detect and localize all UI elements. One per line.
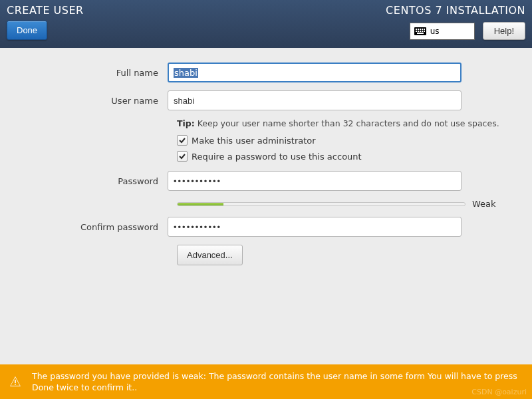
svg-rect-13 xyxy=(15,384,16,385)
fullname-value-selected: shabi xyxy=(174,68,198,78)
svg-rect-4 xyxy=(422,29,423,30)
tip-bold: Tip: xyxy=(177,118,195,128)
username-field[interactable] xyxy=(168,90,462,110)
username-label: User name xyxy=(20,96,168,106)
confirm-password-field[interactable] xyxy=(168,217,462,237)
svg-rect-5 xyxy=(424,29,425,30)
keyboard-icon xyxy=(414,27,426,35)
done-button[interactable]: Done xyxy=(7,21,47,40)
svg-rect-12 xyxy=(15,380,16,383)
installer-title: CENTOS 7 INSTALLATION xyxy=(386,4,525,17)
svg-rect-11 xyxy=(417,33,424,34)
keyboard-layout-indicator[interactable]: us xyxy=(410,23,475,40)
advanced-button[interactable]: Advanced... xyxy=(177,245,243,265)
header-bar: CREATE USER Done CENTOS 7 INSTALLATION u… xyxy=(0,0,532,48)
fullname-row: Full name shabi xyxy=(20,63,512,82)
username-row: User name xyxy=(20,90,512,110)
tip-text: Keep your user name shorter than 32 char… xyxy=(195,118,499,128)
password-strength-row: Weak xyxy=(177,199,495,209)
password-field[interactable] xyxy=(168,171,462,191)
confirm-password-label: Confirm password xyxy=(20,222,168,232)
fullname-field[interactable]: shabi xyxy=(168,63,462,82)
svg-rect-3 xyxy=(420,29,421,30)
warning-icon xyxy=(9,376,21,388)
admin-checkbox[interactable] xyxy=(177,135,188,146)
page-title: CREATE USER xyxy=(7,4,84,17)
password-strength-bar xyxy=(177,202,466,206)
create-user-form: Full name shabi User name Tip: Keep your… xyxy=(0,48,532,265)
warning-text: The password you have provided is weak: … xyxy=(32,370,523,394)
require-password-checkbox-row: Require a password to use this account xyxy=(177,151,512,162)
password-label: Password xyxy=(20,176,168,186)
password-row: Password xyxy=(20,171,512,191)
header-right: CENTOS 7 INSTALLATION us Help! xyxy=(386,4,525,41)
password-strength-fill xyxy=(178,203,223,205)
check-icon xyxy=(178,136,186,144)
svg-rect-8 xyxy=(420,31,421,32)
help-button[interactable]: Help! xyxy=(483,22,525,40)
require-password-checkbox-label: Require a password to use this account xyxy=(192,152,362,162)
svg-rect-1 xyxy=(416,29,417,30)
warning-bar: The password you have provided is weak: … xyxy=(0,364,532,399)
password-strength-label: Weak xyxy=(472,199,495,209)
svg-rect-9 xyxy=(422,31,423,32)
header-controls: us Help! xyxy=(410,22,525,40)
header-left: CREATE USER Done xyxy=(7,4,84,41)
svg-rect-6 xyxy=(416,31,417,32)
fullname-label: Full name xyxy=(20,68,168,78)
confirm-password-row: Confirm password xyxy=(20,217,512,237)
admin-checkbox-label: Make this user administrator xyxy=(192,136,316,146)
require-password-checkbox[interactable] xyxy=(177,151,188,162)
svg-rect-10 xyxy=(424,31,425,32)
check-icon xyxy=(178,152,186,160)
keyboard-layout-label: us xyxy=(430,27,440,36)
username-tip: Tip: Keep your user name shorter than 32… xyxy=(177,118,512,128)
svg-rect-7 xyxy=(418,31,419,32)
admin-checkbox-row: Make this user administrator xyxy=(177,135,512,146)
svg-rect-2 xyxy=(418,29,419,30)
advanced-row: Advanced... xyxy=(177,245,512,265)
